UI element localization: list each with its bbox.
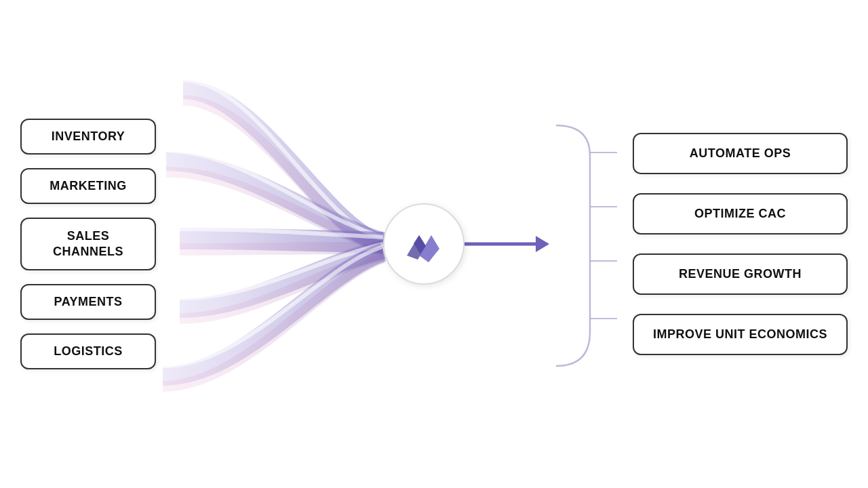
left-nodes: INVENTORY MARKETING SALESCHANNELS PAYMEN… — [20, 0, 156, 488]
optimize-cac-node: OPTIMIZE CAC — [633, 193, 848, 235]
sales-channels-label: SALESCHANNELS — [53, 229, 123, 258]
optimize-cac-label: OPTIMIZE CAC — [694, 207, 786, 220]
improve-unit-economics-label: IMPROVE UNIT ECONOMICS — [653, 327, 827, 341]
payments-label: PAYMENTS — [54, 295, 122, 308]
payments-node: PAYMENTS — [20, 284, 156, 320]
logo-icon — [400, 220, 448, 268]
inventory-label: INVENTORY — [52, 129, 125, 143]
right-nodes: AUTOMATE OPS OPTIMIZE CAC REVENUE GROWTH… — [633, 0, 854, 488]
diagram-container: INVENTORY MARKETING SALESCHANNELS PAYMEN… — [0, 0, 868, 488]
logistics-node: LOGISTICS — [20, 333, 156, 369]
revenue-growth-node: REVENUE GROWTH — [633, 253, 848, 295]
logistics-label: LOGISTICS — [54, 344, 123, 358]
sales-channels-node: SALESCHANNELS — [20, 218, 156, 271]
automate-ops-node: AUTOMATE OPS — [633, 133, 848, 174]
automate-ops-label: AUTOMATE OPS — [690, 146, 791, 160]
revenue-growth-label: REVENUE GROWTH — [679, 267, 802, 281]
improve-unit-economics-node: IMPROVE UNIT ECONOMICS — [633, 314, 848, 355]
marketing-node: MARKETING — [20, 168, 156, 204]
svg-marker-1 — [536, 236, 549, 252]
marketing-label: MARKETING — [50, 179, 127, 192]
inventory-node: INVENTORY — [20, 119, 156, 155]
center-logo — [383, 203, 465, 285]
